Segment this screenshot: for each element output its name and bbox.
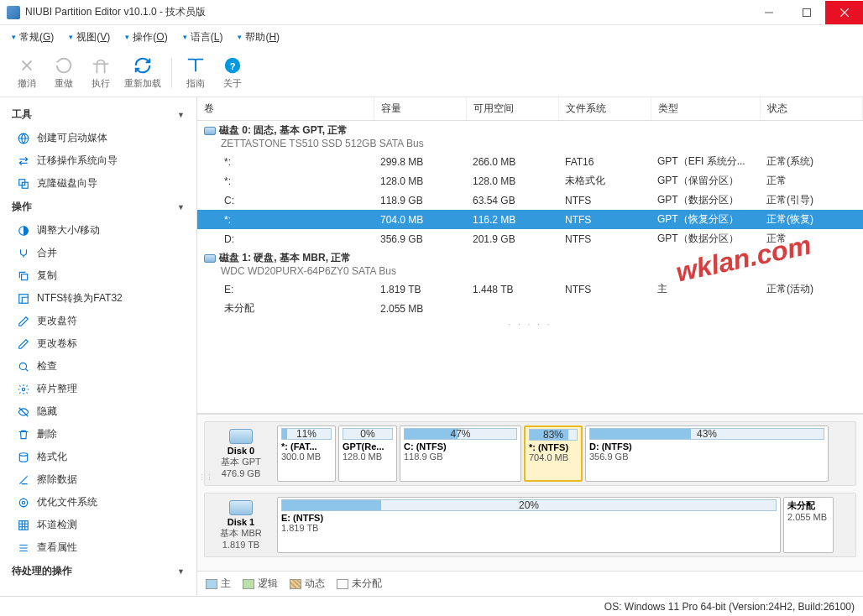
sidebar-item-label: 检查 [37,359,57,373]
sidebar-item[interactable]: 克隆磁盘向导 [0,172,196,195]
sidebar-item-label: 更改盘符 [37,314,77,328]
partition-block[interactable]: 47%C: (NTFS)118.9 GB [400,425,521,482]
wipe-icon [17,473,30,487]
sidebar-item-label: 坏道检测 [37,518,77,532]
legend-dynamic: 动态 [290,577,325,591]
undo-icon [17,55,37,76]
sidebar-item-label: 优化文件系统 [37,495,97,509]
sidebar-item[interactable]: 删除 [0,423,196,446]
sidebar-item-label: 创建可启动媒体 [37,131,107,145]
disk-label[interactable]: Disk 0基本 GPT476.9 GB [208,425,274,482]
props-icon [17,541,30,555]
menu-item[interactable]: ▾帮助(H) [231,27,286,48]
sidebar-group-header[interactable]: 操作▼ [0,195,196,219]
sidebar-item[interactable]: 更改盘符 [0,310,196,332]
sidebar-item[interactable]: 优化文件系统 [0,491,196,514]
svg-point-18 [19,499,27,506]
disk-map: Disk 0基本 GPT476.9 GB11%*: (FAT...300.0 M… [204,421,856,486]
titlebar: NIUBI Partition Editor v10.1.0 - 技术员版 [0,0,863,25]
undo-button[interactable]: 撤消 [8,55,45,90]
disk-icon [229,500,253,515]
minimize-button[interactable] [750,1,787,24]
sidebar-item[interactable]: 合并 [0,242,196,264]
sidebar-group-header[interactable]: 工具▼ [0,102,196,127]
globe-icon [17,132,30,145]
edit-icon [17,337,30,351]
redo-button[interactable]: 重做 [45,55,82,90]
sidebar-item[interactable]: 调整大小/移动 [0,219,196,242]
sidebar-item[interactable]: 迁移操作系统向导 [0,149,196,172]
copy-icon [17,269,30,283]
merge-icon [17,247,30,260]
partition-row[interactable]: 未分配2.055 MB [197,299,863,318]
column-header[interactable]: 可用空间 [466,97,558,121]
sidebar-group-header[interactable]: 待处理的操作▼ [0,559,196,583]
sidebar-item-label: NTFS转换为FAT32 [37,291,123,305]
column-header[interactable]: 文件系统 [558,97,651,121]
sidebar-item[interactable]: 擦除数据 [0,468,196,491]
guide-button[interactable]: 指南 [177,55,214,90]
sidebar-item-label: 迁移操作系统向导 [37,154,118,168]
sidebar-item[interactable]: 创建可启动媒体 [0,127,196,149]
partition-row[interactable]: *:704.0 MB116.2 MBNTFSGPT（恢复分区）正常(恢复) [197,210,863,229]
grip-icon[interactable]: ⋮⋮ [197,477,216,479]
sidebar-item[interactable]: 检查 [0,355,196,378]
sidebar-item[interactable]: 隐藏 [0,400,196,423]
partition-table[interactable]: 卷容量可用空间文件系统类型状态 磁盘 0: 固态, 基本 GPT, 正常ZETT… [197,97,863,414]
menu-item[interactable]: ▾视图(V) [62,27,117,48]
apply-icon [91,55,111,76]
partition-block[interactable]: 0%GPT(Re...128.0 MB [338,425,397,482]
apply-button[interactable]: 执行 [82,55,119,90]
column-header[interactable]: 类型 [651,97,760,121]
svg-text:?: ? [230,61,236,71]
partition-block[interactable]: 11%*: (FAT...300.0 MB [277,425,336,482]
partition-row[interactable]: *:128.0 MB128.0 MB未格式化GPT（保留分区）正常 [197,171,863,191]
sidebar-item[interactable]: 坏道检测 [0,514,196,536]
reload-icon [133,55,153,76]
menu-item[interactable]: ▾常规(G) [5,27,60,48]
svg-point-14 [19,363,26,369]
sidebar-item-label: 更改卷标 [37,337,77,351]
surface-icon [17,519,30,532]
clone-icon [17,177,30,191]
sidebar-item-label: 删除 [37,427,57,441]
sidebar-item[interactable]: 碎片整理 [0,378,196,400]
disk-group-row[interactable]: 磁盘 1: 硬盘, 基本 MBR, 正常WDC WD20PURX-64P6ZY0… [197,248,863,279]
reload-button[interactable]: 重新加载 [119,55,166,90]
sidebar-item[interactable]: 更改卷标 [0,332,196,355]
disk-map-area: ⋮⋮ Disk 0基本 GPT476.9 GB11%*: (FAT...300.… [197,414,863,571]
column-header[interactable]: 容量 [374,97,466,121]
sidebar-item-label: 碎片整理 [37,382,77,396]
partition-block[interactable]: 未分配2.055 MB [783,497,834,553]
partition-block[interactable]: 83%*: (NTFS)704.0 MB [524,425,583,482]
partition-row[interactable]: C:118.9 GB63.54 GBNTFSGPT（数据分区）正常(引导) [197,191,863,210]
sidebar-item-label: 擦除数据 [37,472,77,487]
partition-row[interactable]: E:1.819 TB1.448 TBNTFS主正常(活动) [197,279,863,299]
partition-row[interactable]: D:356.9 GB201.9 GBNTFSGPT（数据分区）正常 [197,229,863,248]
close-button[interactable] [825,1,863,24]
sidebar-item[interactable]: 查看属性 [0,536,196,559]
sidebar-item-label: 复制 [37,269,57,283]
partition-row[interactable]: *:299.8 MB266.0 MBFAT16GPT（EFI 系统分...正常(… [197,152,863,171]
sidebar-item-label: 查看属性 [37,540,77,555]
svg-rect-12 [22,274,28,279]
os-info: OS: Windows 11 Pro 64-bit (Version:24H2,… [604,601,855,613]
column-header[interactable]: 状态 [760,97,863,121]
question-icon: ? [222,55,243,76]
legend-unalloc: 未分配 [337,577,382,591]
disk-icon [204,127,216,135]
sidebar-item[interactable]: 复制 [0,264,196,287]
legend: 主 逻辑 动态 未分配 [197,571,863,596]
sidebar-item[interactable]: NTFS转换为FAT32 [0,287,196,310]
disk-group-row[interactable]: 磁盘 0: 固态, 基本 GPT, 正常ZETTASTONE TS510 SSD… [197,121,863,153]
partition-block[interactable]: 20%E: (NTFS)1.819 TB [277,497,781,553]
maximize-button[interactable] [787,1,825,24]
table-separator: · · · · · [197,318,863,331]
menu-item[interactable]: ▾操作(O) [118,27,174,48]
column-header[interactable]: 卷 [197,97,374,121]
sidebar-item[interactable]: 格式化 [0,446,196,468]
about-button[interactable]: ?关于 [214,55,251,90]
menu-item[interactable]: ▾语言(L) [176,27,230,48]
disk-label[interactable]: Disk 1基本 MBR1.819 TB [208,497,274,553]
partition-block[interactable]: 43%D: (NTFS)356.9 GB [585,425,829,482]
